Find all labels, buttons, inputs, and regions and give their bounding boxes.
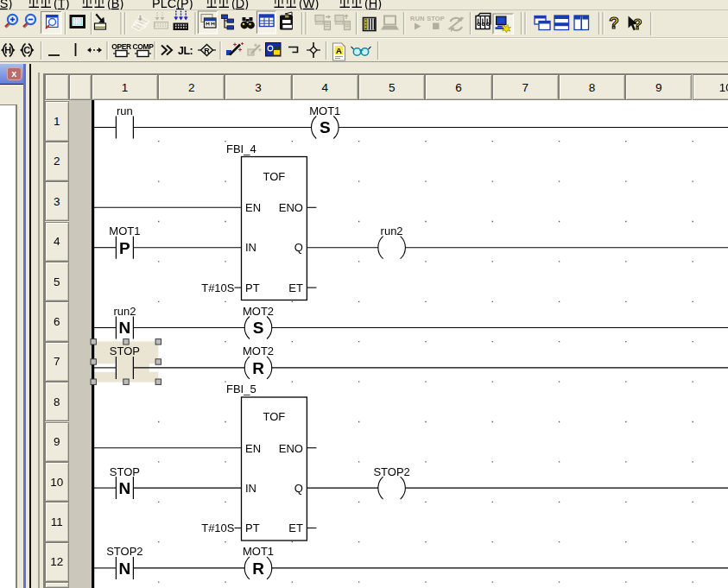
svg-text:Q: Q — [294, 482, 303, 495]
svg-text:TOF: TOF — [263, 410, 286, 423]
svg-text:EN: EN — [245, 442, 261, 455]
svg-text:ET: ET — [288, 522, 303, 534]
svg-text:IN: IN — [245, 482, 256, 495]
svg-text:FBI_5: FBI_5 — [226, 383, 256, 395]
svg-text:T#10S: T#10S — [201, 281, 235, 294]
svg-text:PT: PT — [245, 522, 260, 534]
svg-text:MOT2: MOT2 — [243, 345, 274, 357]
svg-text:FBI_4: FBI_4 — [226, 142, 256, 155]
svg-text:IN: IN — [245, 241, 256, 254]
svg-text:P: P — [119, 239, 130, 257]
svg-text:PT: PT — [245, 281, 260, 294]
svg-text:run: run — [117, 104, 133, 117]
svg-text:ENO: ENO — [279, 201, 303, 214]
svg-text:TOF: TOF — [263, 170, 286, 183]
svg-text:N: N — [119, 479, 131, 497]
svg-text:ET: ET — [288, 281, 303, 294]
svg-text:S: S — [320, 118, 331, 136]
svg-text:STOP: STOP — [110, 465, 140, 478]
svg-text:MOT1: MOT1 — [309, 104, 340, 117]
svg-text:STOP2: STOP2 — [106, 545, 142, 558]
svg-text:N: N — [119, 560, 131, 578]
svg-text:STOP: STOP — [110, 345, 140, 357]
svg-text:run2: run2 — [113, 305, 136, 318]
svg-text:EN: EN — [245, 201, 261, 214]
svg-text:S: S — [253, 319, 264, 337]
svg-text:T#10S: T#10S — [201, 522, 235, 534]
svg-text:Q: Q — [294, 241, 303, 254]
svg-text:MOT1: MOT1 — [109, 224, 140, 237]
svg-text:MOT2: MOT2 — [243, 305, 274, 318]
svg-text:N: N — [119, 319, 131, 337]
svg-text:run2: run2 — [381, 224, 403, 237]
svg-text:R: R — [252, 560, 264, 578]
svg-text:STOP2: STOP2 — [373, 465, 409, 478]
svg-text:MOT1: MOT1 — [243, 545, 274, 558]
svg-text:ENO: ENO — [279, 442, 303, 455]
svg-text:R: R — [252, 359, 264, 377]
